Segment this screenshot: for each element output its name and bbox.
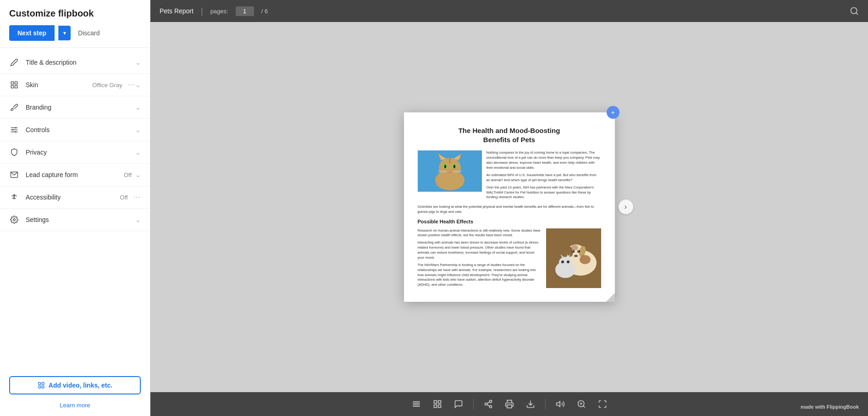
envelope-icon xyxy=(9,170,19,180)
grid-view-button[interactable] xyxy=(429,397,446,411)
next-step-dropdown-button[interactable]: ▾ xyxy=(58,26,71,40)
sidebar-label-controls: Controls xyxy=(26,126,135,133)
chevron-down-icon: ⌄ xyxy=(135,104,141,111)
share-button[interactable] xyxy=(480,397,497,411)
svg-rect-15 xyxy=(39,386,41,388)
sidebar-item-branding[interactable]: Branding ⌄ xyxy=(0,96,150,119)
svg-point-49 xyxy=(567,261,569,263)
dog-image xyxy=(546,228,601,288)
svg-line-65 xyxy=(487,405,490,406)
page-title: The Health and Mood-BoostingBenefits of … xyxy=(418,126,601,144)
next-page-arrow[interactable]: › xyxy=(619,200,633,214)
svg-point-64 xyxy=(489,405,492,408)
svg-point-62 xyxy=(489,400,492,403)
sidebar-label-settings: Settings xyxy=(26,216,135,223)
svg-rect-14 xyxy=(42,383,44,385)
chevron-down-icon: ⌄ xyxy=(135,126,141,133)
svg-rect-2 xyxy=(11,86,13,88)
sound-button[interactable] xyxy=(552,397,569,411)
svg-point-44 xyxy=(578,250,579,251)
zoom-button[interactable] xyxy=(573,397,590,411)
chevron-down-icon: ⌄ xyxy=(135,171,141,178)
svg-line-71 xyxy=(583,406,585,408)
topbar-separator: | xyxy=(201,6,203,16)
accessibility-value: Off xyxy=(120,194,128,201)
fullscreen-button[interactable] xyxy=(594,397,611,411)
svg-rect-60 xyxy=(434,405,437,408)
svg-line-66 xyxy=(487,402,490,403)
svg-rect-61 xyxy=(438,405,441,408)
page-bottom-section: Research on human-animal interactions is… xyxy=(418,228,601,288)
page-number-input[interactable] xyxy=(236,6,254,16)
svg-marker-69 xyxy=(556,401,560,407)
sidebar-label-branding: Branding xyxy=(26,104,135,111)
fullscreen-icon xyxy=(598,399,607,409)
sidebar-item-title-description[interactable]: Title & description ⌄ xyxy=(0,51,150,74)
comment-icon xyxy=(454,399,463,409)
pages-label: pages: xyxy=(210,8,228,15)
skin-value: Office Gray xyxy=(92,82,122,89)
svg-rect-59 xyxy=(438,401,441,404)
svg-point-9 xyxy=(15,131,17,133)
intro-text: Nothing compares to the joy of coming ho… xyxy=(487,150,601,171)
svg-rect-1 xyxy=(15,82,17,84)
flipbook-page: + The Health and Mood-BoostingBenefits o… xyxy=(404,112,615,301)
sidebar-header: Customize flipbook Next step ▾ Discard xyxy=(0,0,150,48)
chevron-down-icon: ⌄ xyxy=(135,216,141,223)
sidebar-label-skin: Skin xyxy=(26,81,92,89)
more-options-icon[interactable]: ··· xyxy=(133,193,141,201)
brush-icon xyxy=(9,102,19,112)
sidebar-item-controls[interactable]: Controls ⌄ xyxy=(0,119,150,141)
add-widget-label: Add video, links, etc. xyxy=(49,382,112,389)
controls-icon xyxy=(9,125,19,135)
download-button[interactable] xyxy=(522,397,539,411)
search-icon[interactable] xyxy=(850,6,859,16)
sidebar-label-lead: Lead capture form xyxy=(26,171,124,178)
gear-icon xyxy=(9,215,19,225)
made-with-label: made with FlippingBook xyxy=(801,404,859,410)
sidebar: Customize flipbook Next step ▾ Discard T… xyxy=(0,0,150,416)
sidebar-label-privacy: Privacy xyxy=(26,149,135,156)
list-icon xyxy=(412,399,421,409)
shield-icon xyxy=(9,147,19,157)
svg-rect-3 xyxy=(15,86,17,88)
add-widget-button[interactable]: Add video, links, etc. xyxy=(9,376,141,394)
pin-button[interactable]: + xyxy=(607,106,619,119)
svg-point-45 xyxy=(574,255,578,257)
toolbar-separator-2 xyxy=(545,399,546,410)
bottom-text: Research on human-animal interactions is… xyxy=(418,228,542,288)
next-step-button[interactable]: Next step xyxy=(9,25,55,41)
list-view-button[interactable] xyxy=(408,397,425,411)
para2-text: An estimated 68% of U.S. households have… xyxy=(487,173,601,183)
svg-point-12 xyxy=(13,219,16,221)
chevron-down-icon: ⌄ xyxy=(135,81,141,89)
share-icon xyxy=(484,399,493,409)
comment-button[interactable] xyxy=(450,397,467,411)
more-options-icon[interactable]: ··· xyxy=(128,81,135,89)
svg-point-42 xyxy=(577,250,580,253)
grid-icon xyxy=(433,399,442,409)
lead-value: Off xyxy=(124,172,132,178)
sidebar-item-skin[interactable]: Skin Office Gray ··· ⌄ xyxy=(0,74,150,96)
svg-rect-58 xyxy=(434,401,437,404)
sidebar-item-accessibility[interactable]: Accessibility Off ··· xyxy=(0,186,150,209)
print-button[interactable] xyxy=(501,397,518,411)
sidebar-item-settings[interactable]: Settings ⌄ xyxy=(0,209,150,231)
section-title: Possible Health Effects xyxy=(418,218,601,225)
chevron-down-icon: ⌄ xyxy=(135,59,141,66)
discard-button[interactable]: Discard xyxy=(74,25,103,41)
svg-point-63 xyxy=(485,403,487,405)
corner-fold xyxy=(606,293,615,302)
svg-point-11 xyxy=(14,194,15,195)
svg-point-43 xyxy=(572,250,573,251)
sidebar-item-lead-capture[interactable]: Lead capture form Off ⌄ xyxy=(0,164,150,186)
svg-point-28 xyxy=(444,165,446,168)
sidebar-item-privacy[interactable]: Privacy ⌄ xyxy=(0,141,150,164)
sidebar-title: Customize flipbook xyxy=(9,8,141,19)
svg-point-53 xyxy=(571,245,578,250)
toolbar-separator-1 xyxy=(473,399,474,410)
body-text: Scientists are looking at what the poten… xyxy=(418,205,601,215)
learn-more-link[interactable]: Learn more xyxy=(0,402,150,409)
svg-point-52 xyxy=(580,255,591,264)
download-icon xyxy=(526,399,535,409)
